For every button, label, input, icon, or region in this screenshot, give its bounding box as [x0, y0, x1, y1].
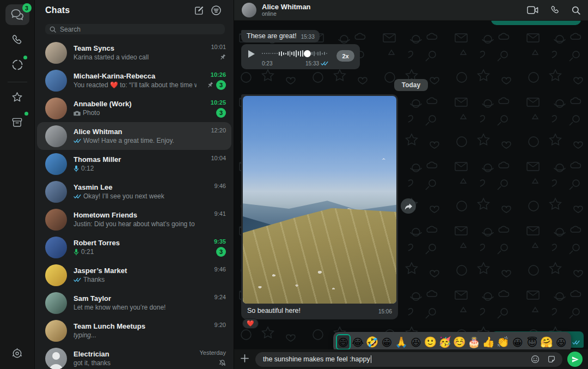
contact-info[interactable]: Alice Whitman online: [262, 3, 527, 17]
read-ticks-icon: [572, 340, 580, 345]
chat-list-item[interactable]: Jasper’s Market Thanks 9:46: [37, 261, 231, 289]
video-call-icon: [527, 6, 538, 14]
message-input-text: the sunshine makes me feel :happy: [263, 355, 370, 363]
read-ticks-icon: [74, 277, 81, 282]
chat-item-text: Jasper’s Market Thanks: [74, 266, 197, 284]
chat-list-item[interactable]: Electrician got it, thanks Yesterday: [37, 344, 231, 369]
chat-preview-text: 0:12: [81, 164, 94, 173]
message-incoming-voice: 2x 0:23 15:33: [241, 44, 360, 69]
message-incoming-photo[interactable]: So beautiful here! 15:06: [241, 94, 398, 319]
chat-list-item[interactable]: Team Lunch Meetups typing... 9:20: [37, 317, 231, 344]
chat-name: Michael-Karina-Rebecca: [74, 71, 197, 81]
chat-item-text: Alice Whitman Wow! Have a great time. En…: [74, 127, 197, 145]
emoji-suggestion[interactable]: 🥳: [438, 334, 452, 350]
new-chat-button[interactable]: [190, 3, 207, 18]
nav-calls-button[interactable]: [5, 29, 29, 50]
search-input[interactable]: [60, 26, 220, 33]
emoji-suggestion[interactable]: 🤣: [365, 334, 379, 350]
chat-item-text: Yasmin Lee Okay! I’ll see you next week: [74, 183, 197, 201]
filter-chats-button[interactable]: [207, 3, 225, 18]
avatar: [45, 153, 67, 175]
message-incoming-text[interactable]: These are great! 15:33: [241, 30, 320, 43]
chat-time: 9:20: [215, 322, 226, 329]
search-in-chat-button[interactable]: [572, 6, 580, 15]
message-time: 15:06: [378, 308, 392, 314]
message-reaction[interactable]: ❤️: [242, 318, 259, 329]
chat-list-item[interactable]: Hometown Friends Justin: Did you hear ab…: [37, 205, 231, 233]
emoji-suggestion[interactable]: 😇: [525, 334, 540, 350]
send-icon: [571, 355, 579, 364]
forward-message-button[interactable]: [401, 198, 416, 214]
emoji-suggestion[interactable]: 👍: [481, 334, 496, 350]
chat-preview-text: Photo: [83, 108, 100, 117]
contact-avatar[interactable]: [242, 3, 256, 17]
chat-list: Team Syncs Karina started a video call 1…: [35, 37, 234, 369]
chat-list-item[interactable]: Team Syncs Karina started a video call 1…: [37, 39, 231, 66]
video-call-button[interactable]: [527, 6, 538, 14]
gear-icon: [11, 348, 23, 359]
emoji-picker-button[interactable]: [531, 355, 540, 364]
emoji-suggestion[interactable]: 🤗: [540, 334, 554, 350]
nav-chats-button[interactable]: 3: [5, 4, 29, 25]
nav-status-button[interactable]: [5, 55, 29, 75]
nav-starred-button[interactable]: [5, 87, 29, 107]
emoji-suggestion[interactable]: 😁: [379, 334, 394, 350]
emoji-suggestion[interactable]: 😂: [351, 334, 365, 350]
voice-call-icon: [550, 5, 560, 15]
voice-progress-knob[interactable]: [304, 50, 311, 57]
sticker-button[interactable]: [547, 355, 556, 364]
photo-bird: [382, 158, 385, 161]
chat-list-item[interactable]: Thomas Miller 0:12 10:04: [37, 150, 231, 178]
emoji-suggestion[interactable]: 🙏: [394, 334, 409, 350]
chat-item-text: Robert Torres 0:21: [74, 238, 197, 256]
chat-preview-text: Okay! I’ll see you next week: [83, 192, 164, 201]
photo-thumbnail[interactable]: [243, 96, 396, 304]
whatsapp-window: 3 Chats: [0, 0, 588, 369]
chat-item-meta: 10:25 3: [201, 99, 226, 118]
emoji-suggestion[interactable]: ☺️: [452, 334, 467, 350]
emoji-suggestion[interactable]: 🙂: [423, 334, 438, 350]
chat-item-text: Annabelle (Work) Photo: [74, 99, 197, 117]
emoji-suggestion[interactable]: 👏: [496, 334, 511, 350]
photo-caption: So beautiful here!: [247, 307, 301, 314]
voice-waveform[interactable]: [262, 49, 327, 58]
chat-list-item[interactable]: Annabelle (Work) Photo 10:25 3: [37, 94, 231, 122]
chat-preview-text: 0:21: [81, 247, 94, 256]
chat-list-item[interactable]: Alice Whitman Wow! Have a great time. En…: [37, 122, 231, 150]
avatar: [45, 320, 67, 342]
emoji-suggestion[interactable]: 😀: [510, 334, 525, 350]
playback-speed-button[interactable]: 2x: [336, 50, 354, 62]
status-new-dot: [23, 56, 27, 59]
chat-list-item[interactable]: Michael-Karina-Rebecca You reacted ❤️ to…: [37, 66, 231, 94]
header-actions: [527, 5, 580, 15]
emoji-suggestion[interactable]: 😆: [408, 334, 423, 350]
play-icon[interactable]: [248, 50, 255, 58]
chat-time: 9:41: [215, 210, 226, 217]
send-button[interactable]: [567, 352, 583, 367]
emoji-suggestion[interactable]: 😃: [554, 334, 568, 350]
chats-icon: [11, 9, 24, 21]
chat-list-item[interactable]: Robert Torres 0:21 9:35 3: [37, 233, 231, 261]
filter-icon: [211, 5, 222, 16]
chat-list-item[interactable]: Sam Taylor Let me know when you’re done!…: [37, 289, 231, 317]
chat-preview: Thanks: [74, 275, 197, 284]
voice-meta: 15:33: [305, 61, 328, 66]
emoji-suggestion[interactable]: 😄: [336, 334, 351, 350]
chat-preview-text: Wow! Have a great time. Enjoy.: [83, 136, 174, 145]
emoji-suggestion[interactable]: 🎂: [467, 334, 481, 350]
avatar: [45, 348, 67, 369]
chat-badges: [219, 358, 226, 368]
chat-list-item[interactable]: Yasmin Lee Okay! I’ll see you next week …: [37, 178, 231, 205]
nav-settings-button[interactable]: [5, 343, 29, 364]
message-input[interactable]: the sunshine makes me feel :happy: [255, 352, 562, 367]
voice-call-button[interactable]: [550, 5, 560, 15]
unread-badge: 3: [216, 108, 226, 118]
chat-preview-text: Thanks: [83, 275, 105, 284]
composer: the sunshine makes me feel :happy: [234, 349, 588, 369]
chat-preview-text: Karina started a video call: [74, 53, 149, 62]
read-ticks-icon: [74, 138, 81, 143]
search-field[interactable]: [45, 24, 225, 34]
attach-button[interactable]: [238, 353, 250, 364]
unread-badge: 3: [216, 80, 226, 90]
nav-archived-button[interactable]: [5, 112, 29, 132]
